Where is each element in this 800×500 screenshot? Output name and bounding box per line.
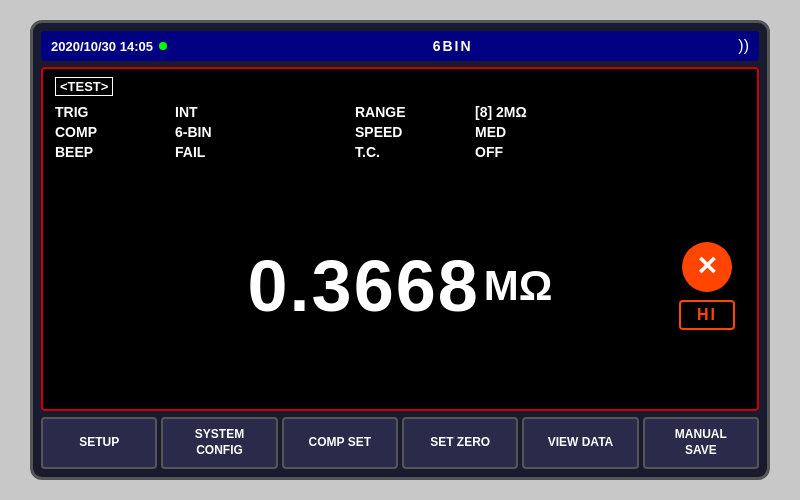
- speed-value: MED: [475, 124, 635, 140]
- test-label: <TEST>: [55, 77, 113, 96]
- device-frame: 2020/10/30 14:05 6BIN )) <TEST> TRIG INT…: [30, 20, 770, 480]
- fail-indicators: ✕ HI: [679, 242, 735, 330]
- tc-value: OFF: [475, 144, 635, 160]
- speed-label: SPEED: [355, 124, 475, 140]
- status-bar: 2020/10/30 14:05 6BIN )): [41, 31, 759, 61]
- datetime-label: 2020/10/30 14:05: [51, 39, 153, 54]
- setup-button[interactable]: SETUP: [41, 417, 157, 469]
- manual-save-button[interactable]: MANUALSAVE: [643, 417, 759, 469]
- button-bar: SETUP SYSTEMCONFIG COMP SET SET ZERO VIE…: [41, 417, 759, 469]
- tc-label: T.C.: [355, 144, 475, 160]
- main-display: <TEST> TRIG INT RANGE [8] 2MΩ COMP 6-BIN…: [41, 67, 759, 411]
- set-zero-button[interactable]: SET ZERO: [402, 417, 518, 469]
- system-config-button[interactable]: SYSTEMCONFIG: [161, 417, 277, 469]
- comp-value: 6-BIN: [175, 124, 355, 140]
- status-dot: [159, 42, 167, 50]
- measurement-value: 0.3668: [248, 245, 480, 327]
- view-data-button[interactable]: VIEW DATA: [522, 417, 638, 469]
- status-left: 2020/10/30 14:05: [51, 39, 167, 54]
- range-value: [8] 2MΩ: [475, 104, 635, 120]
- trig-value: INT: [175, 104, 355, 120]
- measurement-area: 0.3668 MΩ ✕ HI: [55, 170, 745, 401]
- beep-label: BEEP: [55, 144, 175, 160]
- range-label: RANGE: [355, 104, 475, 120]
- hi-badge: HI: [679, 300, 735, 330]
- params-grid: TRIG INT RANGE [8] 2MΩ COMP 6-BIN SPEED …: [55, 104, 745, 160]
- comp-label: COMP: [55, 124, 175, 140]
- beep-value: FAIL: [175, 144, 355, 160]
- mode-label: 6BIN: [433, 38, 473, 54]
- fail-x-icon: ✕: [682, 242, 732, 292]
- signal-icon: )): [738, 37, 749, 55]
- comp-set-button[interactable]: COMP SET: [282, 417, 398, 469]
- measurement-unit: MΩ: [484, 262, 553, 310]
- trig-label: TRIG: [55, 104, 175, 120]
